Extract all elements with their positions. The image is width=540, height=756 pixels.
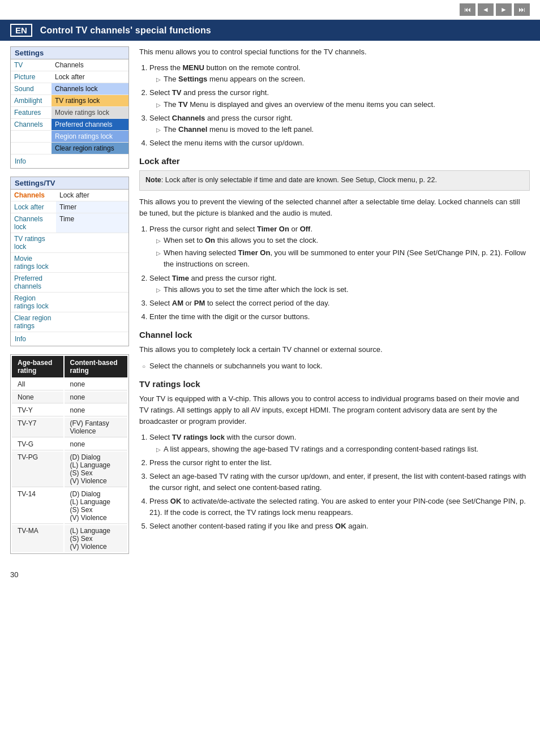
lock-after-steps: Press the cursor right and select Timer … xyxy=(149,224,530,323)
menu2-value-preferred xyxy=(56,273,128,292)
section-channel-lock-title: Channel lock xyxy=(139,328,530,341)
table-cell-content: none xyxy=(65,379,127,390)
menu2-row-region[interactable]: Region ratings lock xyxy=(11,293,128,312)
sub-text: When set to On this allows you to set th… xyxy=(164,235,318,246)
settings-value-channels: Preferred channels xyxy=(52,119,128,130)
arrow-icon: ▷ xyxy=(156,75,161,84)
settings-row-sound[interactable]: Sound Channels lock xyxy=(11,83,128,95)
settings-row-channels[interactable]: Channels Preferred channels xyxy=(11,119,128,131)
menu2-value-channelslock: Time xyxy=(56,213,128,233)
channel-lock-desc: This allows you to completely lock a cer… xyxy=(139,344,530,355)
bold-tv-ratings-lock: TV ratings lock xyxy=(172,433,225,441)
settings-value-picture: Lock after xyxy=(52,71,128,83)
table-cell-age: None xyxy=(12,392,63,403)
table-row: TV-Y none xyxy=(12,405,127,416)
sub-item: ▷ A list appears, showing the age-based … xyxy=(156,444,530,455)
settings-value-ambilight: TV ratings lock xyxy=(52,95,128,106)
sub-item: ▷ When having selected Timer On, you wil… xyxy=(156,247,530,270)
nav-next-button[interactable]: ► xyxy=(496,3,512,16)
list-item: Select Channels and press the cursor rig… xyxy=(149,113,530,135)
bold-channel: Channel xyxy=(178,125,207,134)
bold-tv: TV xyxy=(172,88,182,97)
menu2-row-preferred[interactable]: Preferred channels xyxy=(11,273,128,293)
settings-row-region-ratings[interactable]: Region ratings lock xyxy=(11,131,128,143)
note-text: Note: Lock after is only selectable if t… xyxy=(145,176,437,184)
menu2-row-channelslock[interactable]: Channels lock Time xyxy=(11,213,128,233)
intro-text: This menu allows you to control special … xyxy=(139,46,530,58)
sub-text: A list appears, showing the age-based TV… xyxy=(164,444,478,455)
list-item: Select another content-based rating if y… xyxy=(149,521,530,532)
menu2-label-tvratings: TV ratings lock xyxy=(11,233,56,252)
table-cell-age: All xyxy=(12,379,63,390)
settings-row-picture[interactable]: Picture Lock after xyxy=(11,71,128,83)
settings-info-2[interactable]: Info xyxy=(11,332,128,346)
list-item: Select TV and press the cursor right. ▷ … xyxy=(149,87,530,110)
circle-icon: ○ xyxy=(142,362,145,371)
tv-ratings-steps: Select TV ratings lock with the cursor d… xyxy=(149,432,530,532)
settings-label-sound: Sound xyxy=(11,83,52,94)
menu2-label-region: Region ratings lock xyxy=(11,293,56,312)
settings-menu-2: Settings/TV Channels Lock after Lock aft… xyxy=(10,177,129,346)
list-item: Select Time and press the cursor right. … xyxy=(149,273,530,295)
bold-pm: PM xyxy=(194,299,205,307)
menu2-value-channels: Lock after xyxy=(56,190,128,201)
menu2-row-lockafter[interactable]: Lock after Timer xyxy=(11,201,128,213)
menu2-label-preferred: Preferred channels xyxy=(11,273,56,292)
bold-am: AM xyxy=(172,299,183,307)
language-badge: EN xyxy=(10,24,32,37)
settings-label-channels: Channels xyxy=(11,119,52,130)
bold-off: Off xyxy=(300,225,311,233)
menu2-row-tvratings[interactable]: TV ratings lock xyxy=(11,233,128,253)
menu2-value-lockafter: Timer xyxy=(56,201,128,213)
list-item: Select TV ratings lock with the cursor d… xyxy=(149,432,530,454)
table-cell-age: TV-Y xyxy=(12,405,63,416)
sub-item: ▷ The TV Menu is displayed and gives an … xyxy=(156,99,530,110)
table-cell-age: TV-G xyxy=(12,439,63,450)
list-item: Press the cursor right to enter the list… xyxy=(149,457,530,469)
table-row: TV-PG (D) Dialog(L) Language(S) Sex(V) V… xyxy=(12,452,127,487)
arrow-icon: ▷ xyxy=(156,249,161,258)
menu2-row-clearregion[interactable]: Clear region ratings xyxy=(11,312,128,332)
settings-row-features[interactable]: Features Movie ratings lock xyxy=(11,107,128,119)
bold-timer-on: Timer On xyxy=(257,225,289,233)
menu2-row-movieratings[interactable]: Movie ratings lock xyxy=(11,253,128,273)
list-item: Press OK to activate/de-activate the sel… xyxy=(149,496,530,518)
sub-text: The TV Menu is displayed and gives an ov… xyxy=(164,99,435,110)
ratings-table-header-age: Age-based rating xyxy=(12,356,63,377)
nav-first-button[interactable]: ⏮ xyxy=(460,3,475,16)
settings-row-tv[interactable]: TV Channels xyxy=(11,59,128,71)
arrow-icon: ▷ xyxy=(156,237,161,246)
lock-after-desc: This allows you to prevent the viewing o… xyxy=(139,196,530,219)
list-item: Select the menu items with the cursor up… xyxy=(149,138,530,149)
note-box-lock: Note: Lock after is only selectable if t… xyxy=(139,170,530,190)
table-row: None none xyxy=(12,392,127,403)
list-item: Press the cursor right and select Timer … xyxy=(149,224,530,270)
bullet-item: ○ Select the channels or subchannels you… xyxy=(142,360,530,372)
bold-ok-1: OK xyxy=(170,497,182,505)
left-panel: Settings TV Channels Picture Lock after … xyxy=(10,46,129,562)
nav-last-button[interactable]: ⏭ xyxy=(514,3,530,16)
settings-value-sound: Channels lock xyxy=(52,83,128,94)
nav-prev-button[interactable]: ◄ xyxy=(478,3,494,16)
list-item: Enter the time with the digit or the cur… xyxy=(149,311,530,323)
sub-item: ▷ The Channel menu is moved to the left … xyxy=(156,124,530,135)
settings-info-1[interactable]: Info xyxy=(11,154,128,168)
menu2-value-clearregion xyxy=(56,312,128,332)
settings-row-ambilight[interactable]: Ambilight TV ratings lock xyxy=(11,95,128,107)
sub-item: ▷ When set to On this allows you to set … xyxy=(156,235,530,246)
table-cell-age: TV-14 xyxy=(12,488,63,524)
settings-menu-2-title: Settings/TV xyxy=(11,177,128,190)
table-cell-age: TV-MA xyxy=(12,525,63,552)
menu2-label-channels: Channels xyxy=(11,190,56,201)
bold-ok-2: OK xyxy=(335,522,346,530)
arrow-icon: ▷ xyxy=(156,101,161,110)
sub-item: ▷ This allows you to set the time after … xyxy=(156,284,530,295)
section-lock-after-title: Lock after xyxy=(139,154,530,167)
menu2-row-channels[interactable]: Channels Lock after xyxy=(11,190,128,201)
table-row: TV-G none xyxy=(12,439,127,450)
menu2-label-lockafter: Lock after xyxy=(11,201,56,213)
table-cell-content: (L) Language(S) Sex(V) Violence xyxy=(65,525,127,552)
settings-label-region-ratings xyxy=(11,131,52,142)
main-steps-list: Press the MENU button on the remote cont… xyxy=(149,62,530,149)
settings-row-clear-region[interactable]: Clear region ratings xyxy=(11,143,128,154)
